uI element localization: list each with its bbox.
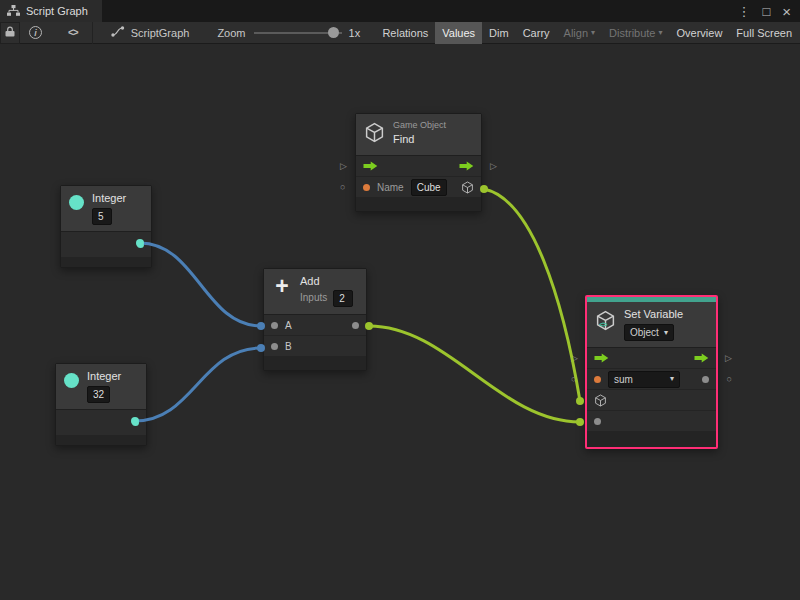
flow-in-marker-icon: ▷ — [340, 162, 347, 171]
integer-value-field[interactable]: 32 — [87, 386, 110, 403]
full-screen-button[interactable]: Full Screen — [729, 22, 799, 44]
distribute-button[interactable]: Distribute ▾ — [602, 22, 669, 44]
wire-add-to-setvariable-value[interactable] — [369, 326, 580, 422]
node-title: Integer — [92, 192, 126, 205]
node-title: Add — [300, 275, 353, 288]
full-screen-label: Full Screen — [736, 27, 792, 39]
flow-in-port-icon[interactable] — [363, 161, 378, 171]
carry-label: Carry — [523, 27, 550, 39]
values-button[interactable]: Values — [435, 22, 482, 44]
port-row-a: A — [264, 315, 366, 336]
node-header: Integer 5 — [61, 186, 151, 232]
lock-button[interactable] — [0, 22, 20, 44]
code-badge-icon: <> — [599, 320, 606, 329]
target-object-port-icon[interactable] — [594, 394, 607, 407]
name-label: Name — [377, 182, 404, 193]
port-a-label: A — [285, 320, 292, 331]
info-icon[interactable]: i — [29, 26, 42, 39]
node-title: Set Variable — [624, 308, 683, 321]
lock-icon — [5, 26, 15, 39]
maximize-icon[interactable]: □ — [762, 5, 770, 18]
input-port-b[interactable] — [271, 343, 278, 350]
name-port-row: ○ Name Cube — [356, 177, 481, 198]
variable-name-dropdown[interactable]: sum ▾ — [608, 371, 680, 388]
tab-script-graph[interactable]: Script Graph — [0, 0, 102, 22]
window-titlebar: Script Graph ⋮ □ × — [0, 0, 800, 22]
value-input-port[interactable] — [594, 418, 601, 425]
dim-button[interactable]: Dim — [482, 22, 516, 44]
variable-name-port[interactable] — [594, 376, 601, 383]
node-set-variable[interactable]: <> Set Variable Object ▾ ▷ ▷ ○ — [585, 295, 718, 449]
game-object-icon — [364, 122, 385, 143]
chevron-down-icon: ▾ — [670, 375, 674, 383]
node-title: Find — [393, 133, 446, 146]
relations-button[interactable]: Relations — [375, 22, 435, 44]
value-out-marker-icon: ○ — [727, 375, 732, 384]
name-input-port[interactable] — [363, 184, 370, 191]
port-row-b: B — [264, 336, 366, 357]
node-header: <> Set Variable Object ▾ — [587, 302, 716, 348]
window-menu-icon[interactable]: ⋮ — [737, 5, 750, 18]
relations-label: Relations — [382, 27, 428, 39]
overview-label: Overview — [677, 27, 723, 39]
port-b-label: B — [285, 341, 292, 352]
graph-selector[interactable]: ScriptGraph — [111, 26, 190, 39]
add-icon: + — [272, 275, 292, 297]
zoom-value: 1x — [349, 27, 361, 39]
align-label: Align — [564, 27, 588, 39]
flow-in-port-icon[interactable] — [594, 353, 609, 363]
toolbar-toggle-group: Relations Values Dim Carry Align ▾ Distr… — [375, 22, 800, 44]
wire-integer32-to-add-b[interactable] — [135, 348, 261, 421]
input-port-a[interactable] — [271, 322, 278, 329]
carry-button[interactable]: Carry — [516, 22, 557, 44]
graph-canvas[interactable]: Integer 5 Integer 32 + Add — [0, 44, 800, 600]
chevron-down-icon: ▾ — [591, 29, 595, 37]
code-icon[interactable]: <> — [68, 27, 78, 38]
zoom-slider-knob[interactable] — [328, 27, 339, 38]
zoom-label: Zoom — [217, 27, 245, 39]
inputs-label: Inputs — [300, 292, 327, 303]
values-label: Values — [442, 27, 475, 39]
chevron-down-icon: ▾ — [659, 29, 663, 37]
chevron-down-icon: ▾ — [664, 329, 668, 337]
node-footer — [61, 258, 151, 267]
flow-out-port-icon[interactable] — [459, 161, 474, 171]
zoom-slider[interactable] — [254, 22, 342, 44]
flow-out-port-icon[interactable] — [694, 353, 709, 363]
node-game-object-find[interactable]: Game Object Find ▷ ▷ ○ Name Cube — [355, 113, 482, 212]
align-button[interactable]: Align ▾ — [557, 22, 602, 44]
inputs-count-field[interactable]: 2 — [333, 290, 353, 307]
overview-button[interactable]: Overview — [670, 22, 730, 44]
flow-out-marker-icon: ▷ — [490, 162, 497, 171]
window-controls: ⋮ □ × — [737, 0, 800, 22]
graph-chip-icon — [111, 26, 125, 39]
integer-type-icon — [69, 195, 84, 210]
sum-output-port[interactable] — [352, 322, 359, 329]
set-variable-icon: <> — [595, 310, 616, 331]
integer-value-field[interactable]: 5 — [92, 208, 112, 225]
value-output-port[interactable] — [702, 376, 709, 383]
game-object-output-port-icon[interactable] — [461, 181, 474, 194]
script-graph-icon — [7, 5, 20, 18]
wire-find-to-setvariable-target[interactable] — [484, 189, 580, 401]
variable-kind-dropdown[interactable]: Object ▾ — [624, 324, 674, 341]
flow-port-row: ▷ ▷ — [356, 156, 481, 177]
node-integer-32[interactable]: Integer 32 — [55, 363, 147, 446]
node-integer-5[interactable]: Integer 5 — [60, 185, 152, 268]
value-in-marker-icon: ○ — [340, 183, 345, 192]
node-footer — [264, 357, 366, 370]
flow-port-row: ▷ ▷ — [587, 348, 716, 369]
node-add[interactable]: + Add Inputs 2 A B — [263, 268, 367, 371]
dim-label: Dim — [489, 27, 509, 39]
graph-toolbar: i <> ScriptGraph Zoom 1x Relations Value… — [0, 22, 800, 44]
graph-name-label: ScriptGraph — [131, 27, 190, 39]
close-icon[interactable]: × — [782, 4, 791, 19]
node-header: Game Object Find — [356, 114, 481, 156]
flow-out-marker-icon: ▷ — [725, 354, 732, 363]
node-footer — [56, 436, 146, 445]
port-row — [56, 410, 146, 436]
name-value-field[interactable]: Cube — [411, 179, 447, 196]
node-category: Game Object — [393, 120, 446, 131]
wire-integer5-to-add-a[interactable] — [140, 243, 261, 326]
port-row — [61, 232, 151, 258]
